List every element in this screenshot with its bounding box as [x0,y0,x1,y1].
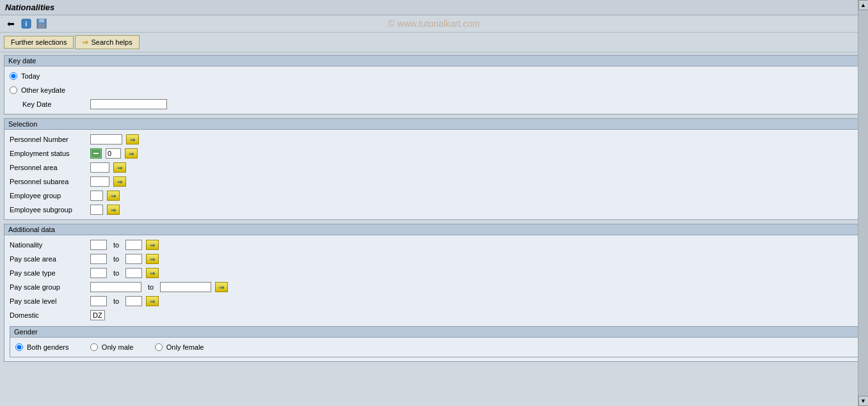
only-male-label: Only male [102,343,134,351]
pay-scale-group-row: Pay scale group to [10,281,858,293]
today-row: Today [10,70,858,82]
only-male-radio[interactable] [90,343,98,351]
scrollbar: ▲ ▼ [858,0,868,406]
employment-status-nav-btn[interactable] [125,148,138,159]
pay-scale-type-label: Pay scale type [10,269,86,277]
search-helps-label: Search helps [91,38,132,46]
pay-scale-type-row: Pay scale type to [10,267,858,279]
pay-scale-type-to-text: to [111,269,122,277]
personnel-subarea-nav-btn[interactable] [113,176,126,187]
nationality-from-input[interactable] [90,240,107,250]
employee-group-input[interactable] [90,191,103,201]
employment-status-row: Employment status [10,148,858,159]
selection-title: Selection [4,119,864,130]
svg-text:i: i [26,20,28,27]
domestic-value: DZ [90,310,105,320]
employee-subgroup-row: Employee subgroup [10,204,858,215]
employee-subgroup-input[interactable] [90,205,103,215]
pay-scale-level-row: Pay scale level to [10,295,858,307]
search-helps-tab[interactable]: ⇒ Search helps [75,35,139,49]
employee-group-label: Employee group [10,192,86,199]
svg-rect-4 [38,24,45,28]
employment-status-label: Employment status [10,150,86,157]
personnel-area-row: Personnel area [10,162,858,173]
toolbar: ⬅ i © www.tutorialkart.com [0,15,868,33]
scroll-track[interactable] [858,10,868,396]
gender-title: Gender [10,327,858,338]
gender-section: Gender Both genders Only male [10,326,858,357]
save-icon[interactable] [36,18,47,29]
nationality-row: Nationality to [10,239,858,251]
key-date-section: Key date Today Other keydate Key Date [4,55,864,114]
pay-scale-type-nav-btn[interactable] [146,268,159,278]
employee-group-nav-btn[interactable] [107,191,120,201]
pay-scale-level-nav-btn[interactable] [146,296,159,306]
personnel-number-row: Personnel Number [10,134,858,145]
scroll-up-btn[interactable]: ▲ [858,0,869,10]
key-date-label: Key Date [10,100,86,108]
pay-scale-area-to-input[interactable] [125,254,142,264]
further-selections-label: Further selections [11,38,67,46]
both-genders-radio[interactable] [15,343,23,351]
tab-area: Further selections ⇒ Search helps [0,33,868,52]
nationality-to-input[interactable] [125,240,142,250]
employee-group-row: Employee group [10,190,858,201]
pay-scale-level-from-input[interactable] [90,296,107,306]
selection-section: Selection Personnel Number Employment st… [4,118,864,220]
employment-status-input[interactable] [106,148,121,159]
only-female-label: Only female [166,343,204,351]
search-helps-arrow-icon: ⇒ [82,38,88,47]
pay-scale-level-label: Pay scale level [10,297,86,305]
watermark: © www.tutorialkart.com [388,19,479,29]
scroll-down-btn[interactable]: ▼ [858,396,869,406]
back-icon[interactable]: ⬅ [5,18,17,29]
personnel-subarea-row: Personnel subarea [10,176,858,187]
pay-scale-group-to-text: to [145,283,156,291]
page-title: Nationalities [5,3,54,12]
domestic-row: Domestic DZ [10,309,858,321]
personnel-number-nav-btn[interactable] [126,134,139,144]
employment-status-icon[interactable] [90,148,102,159]
pay-scale-area-label: Pay scale area [10,255,86,263]
personnel-subarea-label: Personnel subarea [10,178,86,185]
pay-scale-group-nav-btn[interactable] [215,282,228,292]
pay-scale-group-label: Pay scale group [10,283,86,291]
pay-scale-area-row: Pay scale area to [10,253,858,265]
svg-rect-3 [39,19,44,22]
nationality-label: Nationality [10,241,86,249]
additional-data-section: Additional data Nationality to Pay scale… [4,224,864,362]
pay-scale-group-from-input[interactable] [90,282,141,292]
key-date-input-row: Key Date [10,98,858,110]
pay-scale-group-to-input[interactable] [160,282,211,292]
nationality-nav-btn[interactable] [146,240,159,250]
only-female-radio[interactable] [155,343,163,351]
key-date-input[interactable] [90,99,167,109]
domestic-label: Domestic [10,311,86,319]
personnel-area-nav-btn[interactable] [113,162,126,173]
personnel-area-label: Personnel area [10,164,86,171]
personnel-subarea-input[interactable] [90,176,109,187]
pay-scale-area-to-text: to [111,255,122,263]
employee-subgroup-nav-btn[interactable] [107,205,120,215]
today-radio[interactable] [10,72,17,80]
other-keydate-label: Other keydate [21,86,65,94]
personnel-area-input[interactable] [90,162,109,173]
nationality-to-text: to [111,241,122,249]
personnel-number-input[interactable] [90,134,122,144]
today-label: Today [21,72,40,80]
key-date-title: Key date [4,56,864,66]
further-selections-tab[interactable]: Further selections [4,36,74,49]
other-keydate-radio[interactable] [10,86,17,94]
employee-subgroup-label: Employee subgroup [10,206,86,214]
pay-scale-area-nav-btn[interactable] [146,254,159,264]
title-bar: Nationalities [0,0,868,15]
pay-scale-level-to-input[interactable] [125,296,142,306]
info-icon[interactable]: i [20,18,32,29]
additional-data-title: Additional data [4,224,864,235]
pay-scale-level-to-text: to [111,297,122,305]
pay-scale-type-to-input[interactable] [125,268,142,278]
pay-scale-area-from-input[interactable] [90,254,107,264]
pay-scale-type-from-input[interactable] [90,268,107,278]
personnel-number-label: Personnel Number [10,136,86,143]
gender-options-row: Both genders Only male Only female [15,341,853,353]
